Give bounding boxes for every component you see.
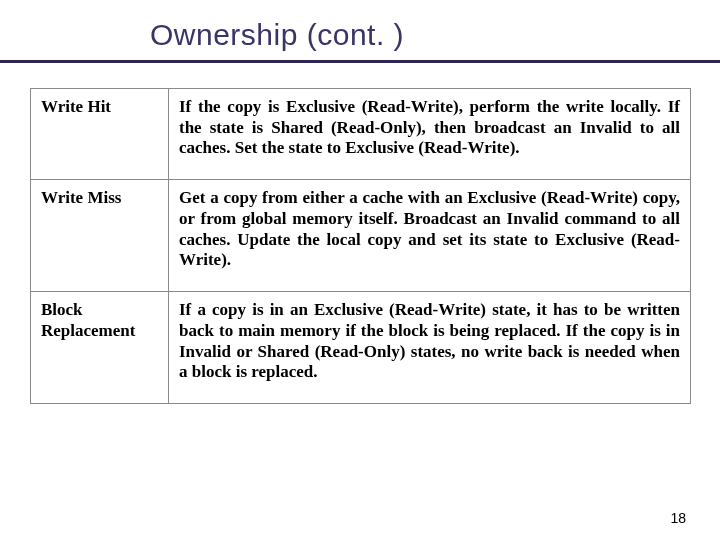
slide-title: Ownership (cont. ) xyxy=(150,18,404,52)
row-desc: If the copy is Exclusive (Read-Write), p… xyxy=(169,89,691,180)
content-table-wrap: Write Hit If the copy is Exclusive (Read… xyxy=(30,88,690,404)
row-label: Block Replacement xyxy=(31,292,169,404)
table-row: Block Replacement If a copy is in an Exc… xyxy=(31,292,691,404)
content-table: Write Hit If the copy is Exclusive (Read… xyxy=(30,88,691,404)
title-underline xyxy=(0,60,720,63)
table-row: Write Miss Get a copy from either a cach… xyxy=(31,180,691,292)
slide: Ownership (cont. ) Write Hit If the copy… xyxy=(0,0,720,540)
row-desc: Get a copy from either a cache with an E… xyxy=(169,180,691,292)
table-row: Write Hit If the copy is Exclusive (Read… xyxy=(31,89,691,180)
row-label: Write Hit xyxy=(31,89,169,180)
row-desc: If a copy is in an Exclusive (Read-Write… xyxy=(169,292,691,404)
page-number: 18 xyxy=(670,510,686,526)
row-label: Write Miss xyxy=(31,180,169,292)
